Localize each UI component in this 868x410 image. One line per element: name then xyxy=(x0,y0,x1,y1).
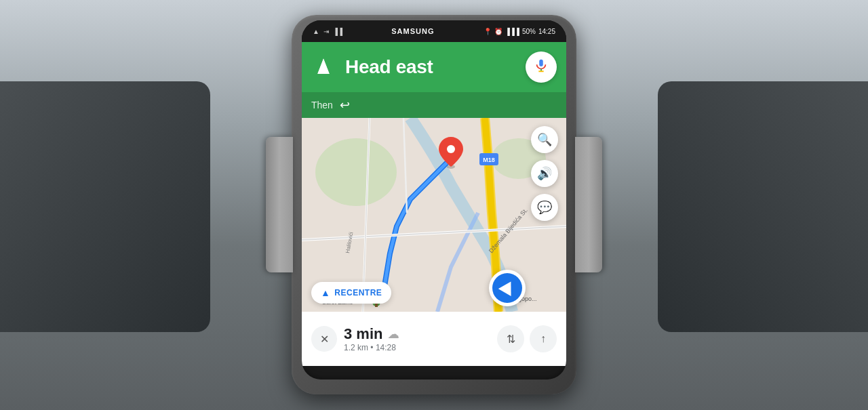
signal-icon: ▐▐▐ xyxy=(505,28,519,35)
phone-body: ▲ ⇥ ▐▐ SAMSUNG 📍 ⏰ ▐▐▐ 50% 14:25 Head ea xyxy=(302,20,566,380)
clamp-left xyxy=(266,137,293,272)
cloud-icon: ☁ xyxy=(388,328,399,341)
share-route-button[interactable]: ⇅ xyxy=(497,325,524,352)
search-map-button[interactable]: 🔍 xyxy=(531,126,558,153)
nav-direction-inner xyxy=(492,273,522,303)
alarm-icon: ⏰ xyxy=(494,28,502,35)
trip-time: 3 min ☁ xyxy=(344,325,490,343)
svg-rect-1 xyxy=(539,59,543,66)
recentre-label: RECENTRE xyxy=(334,288,382,298)
signal-bars-icon: ▐▐ xyxy=(333,28,342,35)
nav-direction-button[interactable] xyxy=(489,270,526,306)
status-bar-right: 📍 ⏰ ▐▐▐ 50% 14:25 xyxy=(484,28,555,35)
recentre-button[interactable]: ▲ RECENTRE xyxy=(311,282,391,304)
overview-button[interactable]: ↑ xyxy=(530,325,557,352)
location-icon: 📍 xyxy=(484,28,492,35)
svg-text:M18: M18 xyxy=(483,157,495,163)
map-area[interactable]: M18 Džemala Bijedića St. Halilovići Ener… xyxy=(302,118,566,312)
overview-icon: ↑ xyxy=(540,333,546,345)
layers-button[interactable]: 💬 xyxy=(531,194,558,221)
clamp-right xyxy=(575,137,602,272)
status-bar: ▲ ⇥ ▐▐ SAMSUNG 📍 ⏰ ▐▐▐ 50% 14:25 xyxy=(302,20,566,42)
close-icon: ✕ xyxy=(320,333,329,346)
bottom-actions: ⇅ ↑ xyxy=(497,325,557,352)
close-button[interactable]: ✕ xyxy=(311,326,337,352)
brand-label: SAMSUNG xyxy=(391,27,434,35)
nav-instruction-text: Head east xyxy=(345,56,516,78)
eta: 14:28 xyxy=(376,343,396,352)
mic-button[interactable] xyxy=(526,52,557,83)
phone-mount: ▲ ⇥ ▐▐ SAMSUNG 📍 ⏰ ▐▐▐ 50% 14:25 Head ea xyxy=(292,15,576,394)
then-label: Then xyxy=(311,100,333,110)
trip-detail: 1.2 km • 14:28 xyxy=(344,343,490,352)
sound-button[interactable]: 🔊 xyxy=(531,160,558,187)
nav-icon: ▲ xyxy=(313,28,319,35)
direction-arrow-icon xyxy=(311,55,336,79)
recentre-icon: ▲ xyxy=(321,287,330,298)
then-bar: Then ↩ xyxy=(302,92,566,118)
clock: 14:25 xyxy=(538,28,555,35)
bottom-bar: ✕ 3 min ☁ 1.2 km • 14:28 ⇅ ↑ xyxy=(302,312,566,366)
battery-level: 50% xyxy=(522,28,536,35)
distance: 1.2 km xyxy=(344,343,368,352)
cast-icon: ⇥ xyxy=(323,28,329,35)
vent-right xyxy=(658,81,868,332)
svg-point-15 xyxy=(447,145,455,153)
status-bar-left: ▲ ⇥ ▐▐ xyxy=(313,28,342,35)
mic-icon xyxy=(534,58,549,77)
turn-icon: ↩ xyxy=(340,98,350,112)
svg-rect-21 xyxy=(375,304,378,307)
vent-left xyxy=(0,81,210,332)
time-estimate: 3 min xyxy=(344,325,382,343)
trip-info: 3 min ☁ 1.2 km • 14:28 xyxy=(344,325,490,352)
nav-header: Head east xyxy=(302,42,566,92)
svg-point-5 xyxy=(315,138,397,206)
share-icon: ⇅ xyxy=(507,333,515,346)
separator: • xyxy=(370,343,376,352)
